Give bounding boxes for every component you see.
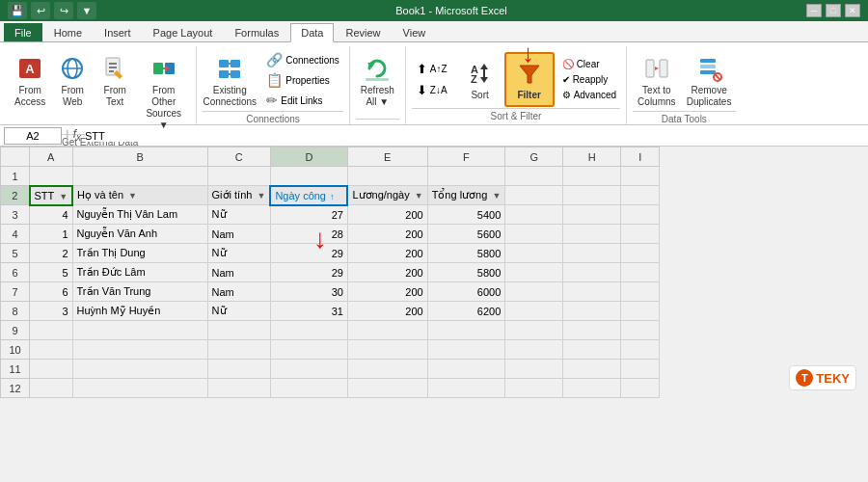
cell-b4[interactable]: Nguyễn Văn Anh (72, 225, 207, 244)
cell-f6[interactable]: 5800 (427, 263, 505, 282)
cell-d4[interactable]: 28 (270, 225, 347, 244)
cell-d8[interactable]: 31 (270, 302, 347, 321)
row-header-4[interactable]: 4 (1, 225, 30, 244)
cell-b5[interactable]: Trần Thị Dung (72, 244, 207, 263)
from-access-button[interactable]: A FromAccess (10, 50, 50, 111)
cell-c3[interactable]: Nữ (207, 205, 270, 225)
cell-e12[interactable] (347, 379, 427, 398)
cell-i12[interactable] (621, 379, 660, 398)
sort-az-button[interactable]: ⬆ A↑Z (412, 59, 452, 79)
cell-i10[interactable] (621, 340, 660, 360)
cell-i1[interactable] (621, 167, 660, 186)
formula-input[interactable]: STT (85, 130, 864, 142)
cell-c5[interactable]: Nữ (207, 244, 270, 263)
cell-g8[interactable] (505, 302, 563, 321)
cell-i5[interactable] (621, 244, 660, 263)
cell-f12[interactable] (427, 379, 505, 398)
cell-d9[interactable] (270, 321, 347, 340)
cell-e11[interactable] (347, 360, 427, 379)
row-header-10[interactable]: 10 (1, 340, 30, 360)
cell-b9[interactable] (72, 321, 207, 340)
cell-d11[interactable] (270, 360, 347, 379)
cell-c12[interactable] (207, 379, 270, 398)
cell-d10[interactable] (270, 340, 347, 360)
cell-a3[interactable]: 4 (30, 205, 73, 225)
existing-connections-button[interactable]: ExistingConnections (203, 50, 257, 111)
quick-access-toolbar[interactable]: 💾 ↩ ↪ ▼ (8, 2, 96, 19)
row-header-8[interactable]: 8 (1, 302, 30, 321)
filter-arrow-e[interactable]: ▼ (415, 191, 423, 201)
filter-arrow-b[interactable]: ▼ (128, 191, 137, 201)
cell-c6[interactable]: Nam (207, 263, 270, 282)
minimize-button[interactable]: ─ (806, 4, 822, 17)
tab-insert[interactable]: Insert (94, 23, 142, 41)
dropdown-button[interactable]: ▼ (77, 2, 96, 19)
tab-file[interactable]: File (4, 23, 42, 41)
row-header-11[interactable]: 11 (1, 360, 30, 379)
cell-g6[interactable] (505, 263, 563, 282)
cell-a12[interactable] (30, 379, 73, 398)
filter-arrow-c[interactable]: ▼ (257, 191, 265, 201)
sort-button[interactable]: A Z Sort (460, 55, 501, 104)
cell-a7[interactable]: 6 (30, 282, 73, 302)
cell-e9[interactable] (347, 321, 427, 340)
refresh-all-button[interactable]: RefreshAll ▼ (356, 50, 399, 111)
clear-button[interactable]: 🚫 Clear (558, 57, 620, 71)
cell-f8[interactable]: 6200 (427, 302, 505, 321)
cell-f3[interactable]: 5400 (427, 205, 505, 225)
cell-c11[interactable] (207, 360, 270, 379)
close-button[interactable]: ✕ (845, 4, 860, 17)
col-header-a[interactable]: A (30, 147, 73, 167)
cell-b11[interactable] (72, 360, 207, 379)
cell-f11[interactable] (427, 360, 505, 379)
cell-g11[interactable] (505, 360, 563, 379)
tab-home[interactable]: Home (43, 23, 93, 41)
cell-h6[interactable] (563, 263, 621, 282)
cell-h4[interactable] (563, 225, 621, 244)
cell-h1[interactable] (563, 167, 621, 186)
connections-button[interactable]: 🔗 Connections (262, 50, 343, 69)
save-button[interactable]: 💾 (8, 2, 27, 19)
cell-a11[interactable] (30, 360, 73, 379)
row-header-12[interactable]: 12 (1, 379, 30, 398)
cell-c1[interactable] (207, 167, 270, 186)
row-header-7[interactable]: 7 (1, 282, 30, 302)
cell-g10[interactable] (505, 340, 563, 360)
cell-d3[interactable]: 27 (270, 205, 347, 225)
cell-i6[interactable] (621, 263, 660, 282)
cell-c10[interactable] (207, 340, 270, 360)
cell-b7[interactable]: Trần Văn Trung (72, 282, 207, 302)
cell-e4[interactable]: 200 (347, 225, 427, 244)
cell-g2[interactable] (505, 186, 563, 205)
cell-i9[interactable] (621, 321, 660, 340)
cell-h8[interactable] (563, 302, 621, 321)
col-header-c[interactable]: C (207, 147, 270, 167)
cell-h12[interactable] (563, 379, 621, 398)
cell-h7[interactable] (563, 282, 621, 302)
cell-e1[interactable] (347, 167, 427, 186)
edit-links-button[interactable]: ✏ Edit Links (262, 91, 343, 110)
row-header-9[interactable]: 9 (1, 321, 30, 340)
cell-a1[interactable] (30, 167, 73, 186)
cell-h5[interactable] (563, 244, 621, 263)
col-header-f[interactable]: F (427, 147, 505, 167)
tab-view[interactable]: View (393, 23, 437, 41)
cell-f2[interactable]: Tổng lương ▼ (427, 186, 505, 205)
cell-g5[interactable] (505, 244, 563, 263)
cell-i7[interactable] (621, 282, 660, 302)
advanced-button[interactable]: ⚙ Advanced (558, 88, 620, 102)
cell-h10[interactable] (563, 340, 621, 360)
cell-h11[interactable] (563, 360, 621, 379)
cell-c9[interactable] (207, 321, 270, 340)
maximize-button[interactable]: □ (826, 4, 841, 17)
cell-a8[interactable]: 3 (30, 302, 73, 321)
row-header-6[interactable]: 6 (1, 263, 30, 282)
cell-d7[interactable]: 30 (270, 282, 347, 302)
cell-h9[interactable] (563, 321, 621, 340)
cell-g7[interactable] (505, 282, 563, 302)
properties-button[interactable]: 📋 Properties (262, 70, 343, 90)
cell-a2[interactable]: STT ▼ (30, 186, 73, 205)
cell-g4[interactable] (505, 225, 563, 244)
cell-f9[interactable] (427, 321, 505, 340)
cell-e10[interactable] (347, 340, 427, 360)
